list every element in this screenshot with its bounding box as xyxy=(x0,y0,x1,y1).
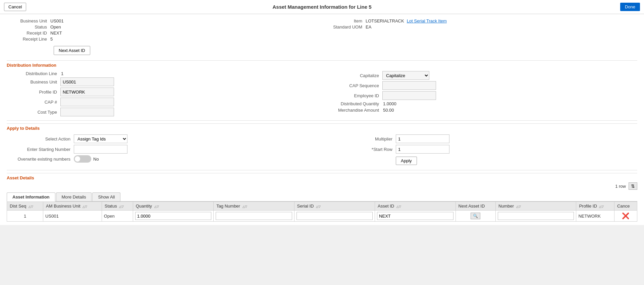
cost-type-input[interactable] xyxy=(60,108,114,116)
profile-sort[interactable]: △▽ xyxy=(599,205,604,208)
status-value: Open xyxy=(50,24,61,30)
standard-uom-label: Standard UOM xyxy=(322,24,366,30)
business-unit-label: Business Unit xyxy=(7,18,50,23)
cancel-button[interactable]: Cancel xyxy=(4,3,26,11)
starting-number-label: Enter Starting Number xyxy=(7,147,74,152)
tab-more-details[interactable]: More Details xyxy=(56,192,92,201)
asset-id-sort[interactable]: △▽ xyxy=(396,205,401,208)
sort-icon-button[interactable]: ⇅ xyxy=(629,182,637,190)
dist-bu-input[interactable] xyxy=(60,77,114,86)
asset-details-header: Asset Details xyxy=(7,173,637,180)
cell-cancel: ❌ xyxy=(614,211,637,222)
asset-table: Dist Seq △▽ AM Business Unit △▽ Status △… xyxy=(7,202,637,222)
start-row-label: *Start Row xyxy=(329,147,396,152)
cell-asset-id xyxy=(375,211,455,222)
th-number: Number △▽ xyxy=(495,202,576,211)
status-row: Status Open xyxy=(7,24,322,30)
overwrite-toggle[interactable] xyxy=(74,155,91,163)
dist-seq-sort[interactable]: △▽ xyxy=(29,205,33,208)
business-unit-value: US001 xyxy=(50,18,64,23)
profile-id-row: Profile ID xyxy=(7,88,322,96)
business-info: Business Unit US001 Status Open Receipt … xyxy=(7,17,637,43)
th-tag-number: Tag Number △▽ xyxy=(214,202,294,211)
apply-button[interactable]: Apply xyxy=(396,157,417,165)
status-sort[interactable]: △▽ xyxy=(119,205,124,208)
tag-number-input[interactable] xyxy=(216,212,292,220)
receipt-line-value: 5 xyxy=(50,37,53,42)
merch-amount-value: 50.00 xyxy=(382,108,394,113)
apply-to-form: Select Action Assign Tag Ids Assign Seri… xyxy=(7,133,637,167)
main-content: Business Unit US001 Status Open Receipt … xyxy=(0,14,644,225)
multiplier-label: Multiplier xyxy=(329,136,396,141)
select-action-label: Select Action xyxy=(7,136,74,141)
capitalize-label: Capitalize xyxy=(329,73,382,78)
merch-amount-row: Merchandise Amount 50.00 xyxy=(329,108,637,113)
number-sort[interactable]: △▽ xyxy=(516,205,521,208)
serial-id-input[interactable] xyxy=(297,212,373,220)
tab-show-all[interactable]: Show All xyxy=(92,192,120,201)
capitalize-row: Capitalize Capitalize xyxy=(329,71,637,80)
apply-to-header: Apply to Details xyxy=(7,123,637,131)
am-bu-sort[interactable]: △▽ xyxy=(83,205,87,208)
cap-sequence-label: CAP Sequence xyxy=(329,83,382,88)
cell-next-asset-id: 🔍 xyxy=(455,211,495,222)
th-status: Status △▽ xyxy=(102,202,133,211)
cost-type-label: Cost Type xyxy=(7,110,60,115)
start-row-input[interactable] xyxy=(396,145,449,154)
asset-id-input[interactable] xyxy=(377,212,453,220)
left-info: Business Unit US001 Status Open Receipt … xyxy=(7,17,322,43)
row-cancel-button[interactable]: ❌ xyxy=(622,212,629,220)
tab-asset-information[interactable]: Asset Information xyxy=(7,192,55,202)
status-label: Status xyxy=(7,24,50,30)
cap-hash-label: CAP # xyxy=(7,100,60,105)
dist-bu-label: Business Unit xyxy=(7,79,60,84)
profile-id-input[interactable] xyxy=(60,88,114,96)
capitalize-select[interactable]: Capitalize xyxy=(382,71,429,80)
th-quantity: Quantity △▽ xyxy=(133,202,213,211)
dist-line-label: Distribution Line xyxy=(7,71,60,76)
done-button[interactable]: Done xyxy=(620,3,640,11)
dist-qty-label: Distributed Quantity xyxy=(329,101,382,106)
overwrite-toggle-container: No xyxy=(74,155,99,163)
item-label: Item xyxy=(322,18,366,23)
select-action-select[interactable]: Assign Tag Ids Assign Serial Ids Assign … xyxy=(74,134,127,143)
serial-sort[interactable]: △▽ xyxy=(316,205,321,208)
item-value: LOTSERIALTRACK xyxy=(366,18,404,23)
cap-hash-input[interactable] xyxy=(60,98,114,106)
cell-dist-seq: 1 xyxy=(7,211,43,222)
lot-serial-track-link[interactable]: Lot Serial Track Item xyxy=(407,18,447,23)
tab-bar: Asset Information More Details Show All xyxy=(7,192,637,202)
apply-btn-row: Apply xyxy=(329,155,637,165)
toggle-slider xyxy=(74,155,91,163)
top-bar: Cancel Asset Management Information for … xyxy=(0,0,644,14)
dist-left: Distribution Line 1 Business Unit Profil… xyxy=(7,70,322,118)
distribution-section-header: Distribution Information xyxy=(7,60,637,68)
asset-details-section: Asset Details 1 row ⇅ Asset Information … xyxy=(7,170,637,222)
cell-am-bu: US001 xyxy=(43,211,102,222)
apply-right: Multiplier *Start Row Apply xyxy=(322,133,637,167)
tag-sort[interactable]: △▽ xyxy=(243,205,247,208)
quantity-input[interactable] xyxy=(135,212,211,220)
starting-number-input[interactable] xyxy=(74,145,127,154)
standard-uom-row: Standard UOM EA xyxy=(322,24,637,30)
cap-sequence-input[interactable] xyxy=(382,81,436,90)
table-row: 1 US001 Open 🔍 xyxy=(7,211,637,222)
receipt-id-label: Receipt ID xyxy=(7,31,50,36)
receipt-line-row: Receipt Line 5 xyxy=(7,37,322,42)
next-asset-id-button[interactable]: Next Asset ID xyxy=(54,46,90,55)
dist-right: Capitalize Capitalize CAP Sequence Emplo… xyxy=(322,70,637,118)
th-profile-id: Profile ID △▽ xyxy=(576,202,614,211)
multiplier-input[interactable] xyxy=(396,134,449,143)
number-input[interactable] xyxy=(498,212,574,220)
cell-tag-number xyxy=(214,211,294,222)
th-cancel: Cance xyxy=(614,202,637,211)
overwrite-no-label: No xyxy=(93,157,99,162)
employee-id-input[interactable] xyxy=(382,91,436,100)
overwrite-label: Overwrite existing numbers xyxy=(7,157,74,162)
next-asset-lookup-button[interactable]: 🔍 xyxy=(471,213,480,219)
business-unit-row: Business Unit US001 xyxy=(7,18,322,23)
cell-profile-id: NETWORK xyxy=(576,211,614,222)
select-action-row: Select Action Assign Tag Ids Assign Seri… xyxy=(7,134,322,143)
qty-sort[interactable]: △▽ xyxy=(154,205,159,208)
th-dist-seq: Dist Seq △▽ xyxy=(7,202,43,211)
